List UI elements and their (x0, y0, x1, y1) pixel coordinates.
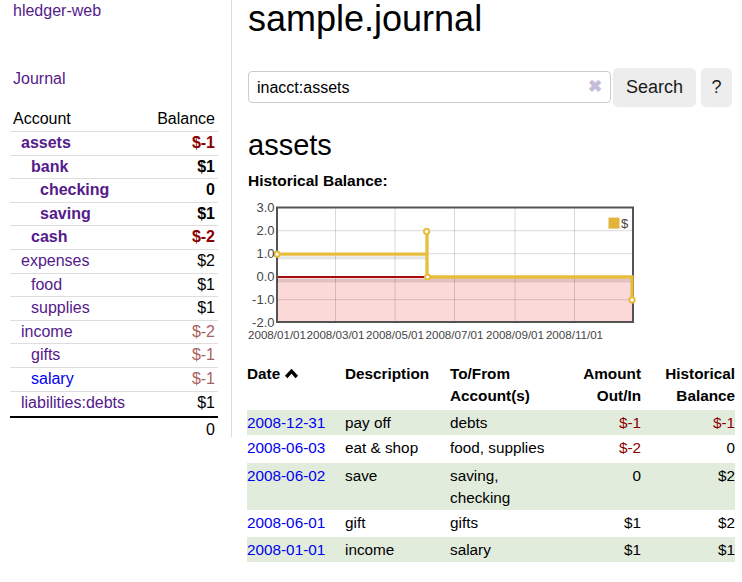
svg-text:1.0: 1.0 (256, 246, 274, 261)
svg-text:2008/11/01: 2008/11/01 (546, 328, 603, 341)
svg-text:2008/07/01: 2008/07/01 (425, 328, 483, 341)
svg-text:2008/09/01: 2008/09/01 (486, 328, 544, 341)
svg-text:3.0: 3.0 (256, 200, 274, 215)
svg-text:$: $ (621, 216, 629, 231)
svg-text:2008/03/01: 2008/03/01 (306, 328, 364, 341)
svg-text:0.0: 0.0 (256, 269, 274, 284)
svg-text:2.0: 2.0 (256, 223, 274, 238)
svg-text:2008/01/01: 2008/01/01 (248, 328, 306, 341)
svg-text:2008/05/01: 2008/05/01 (366, 328, 424, 341)
svg-text:-1.0: -1.0 (252, 292, 274, 307)
